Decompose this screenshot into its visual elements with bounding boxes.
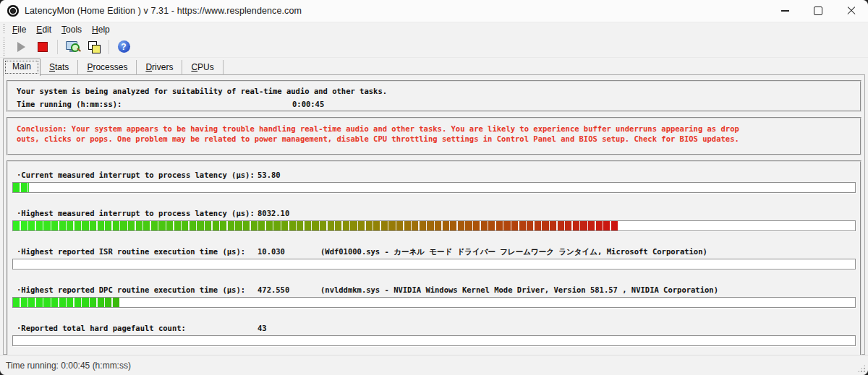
app-logo-icon	[7, 5, 19, 17]
latency-bar-track	[12, 220, 856, 231]
toolbar: ?	[0, 36, 868, 58]
latency-bar-track	[12, 335, 856, 346]
window-title: LatencyMon (Home Edition ) v 7.31 - http…	[25, 6, 302, 16]
stat-value: 43	[258, 323, 267, 333]
time-running-value: 0:00:45	[292, 99, 324, 109]
tab-stats[interactable]: Stats	[41, 60, 78, 75]
stop-icon	[38, 42, 48, 52]
stat-label: ·Highest reported DPC routine execution …	[17, 285, 245, 294]
status-text: Time running: 0:00:45 (h:mm:ss)	[6, 361, 131, 371]
stat-value: 472.550	[258, 285, 289, 295]
latency-bar-fill	[13, 298, 119, 307]
cascade-windows-icon	[88, 41, 101, 53]
stat-label: ·Reported total hard pagefault count:	[17, 324, 186, 332]
minimize-button[interactable]	[768, 0, 801, 22]
menu-tools[interactable]: Tools	[56, 24, 87, 35]
play-icon	[17, 42, 25, 52]
toolbar-gripper[interactable]	[3, 38, 5, 56]
time-running-line: Time running (h:mm:ss): 0:00:45	[17, 99, 860, 109]
maximize-icon	[814, 7, 822, 15]
windows-button[interactable]	[85, 38, 103, 56]
stat-value: 10.030	[258, 246, 285, 257]
latency-bar-fill	[13, 183, 29, 192]
analysis-status-text: Your system is being analyzed for suitab…	[17, 86, 860, 96]
time-running-label: Time running (h:mm:ss):	[17, 100, 122, 108]
minimize-icon	[781, 10, 789, 11]
tab-strip: Main Stats Processes Drivers CPUs	[0, 58, 868, 75]
stat-value: 8032.10	[258, 208, 289, 218]
stop-monitor-button[interactable]	[33, 38, 52, 56]
window-controls	[768, 0, 868, 22]
tab-drivers[interactable]: Drivers	[137, 60, 182, 75]
toolbar-separator	[57, 40, 58, 54]
stats-panel: ·Current measured interrupt to process l…	[7, 160, 861, 356]
conclusion-text-line1: Conclusion: Your system appears to be ha…	[17, 124, 860, 134]
analyze-monitor-icon	[66, 41, 79, 53]
stat-label: ·Current measured interrupt to process l…	[17, 171, 255, 179]
menu-edit[interactable]: Edit	[31, 24, 56, 35]
title-bar: LatencyMon (Home Edition ) v 7.31 - http…	[0, 0, 868, 22]
menu-bar: File Edit Tools Help	[0, 22, 868, 36]
tab-main[interactable]: Main	[3, 59, 41, 76]
stat-label: ·Highest reported ISR routine execution …	[17, 247, 245, 256]
close-icon	[847, 7, 856, 15]
stat-row-highest-latency: ·Highest measured interrupt to process l…	[8, 208, 860, 241]
latencymon-window: LatencyMon (Home Edition ) v 7.31 - http…	[0, 0, 868, 375]
stat-row-current-latency: ·Current measured interrupt to process l…	[8, 170, 860, 203]
stat-value: 53.80	[258, 170, 281, 180]
stat-row-isr-time: ·Highest reported ISR routine execution …	[8, 246, 860, 280]
stat-row-pagefaults: ·Reported total hard pagefault count: 43	[8, 323, 860, 356]
help-icon: ?	[118, 40, 130, 53]
menu-file[interactable]: File	[7, 24, 31, 35]
resize-grip-icon[interactable]	[857, 364, 866, 373]
status-bar: Time running: 0:00:45 (h:mm:ss)	[0, 355, 868, 375]
help-button[interactable]: ?	[114, 38, 133, 56]
menu-gripper[interactable]	[3, 24, 5, 35]
latency-bar-track	[12, 297, 856, 308]
main-tab-pane: Your system is being analyzed for suitab…	[3, 75, 865, 355]
analyze-button[interactable]	[63, 38, 82, 56]
stat-row-dpc-time: ·Highest reported DPC routine execution …	[8, 285, 860, 318]
conclusion-panel: Conclusion: Your system appears to be ha…	[7, 117, 861, 155]
tab-processes[interactable]: Processes	[78, 60, 137, 75]
menu-help[interactable]: Help	[87, 24, 115, 35]
analysis-panel: Your system is being analyzed for suitab…	[7, 80, 861, 112]
toolbar-separator	[109, 40, 109, 54]
stat-driver-info: (nvlddmkm.sys - NVIDIA Windows Kernel Mo…	[320, 285, 718, 295]
stat-driver-info: (Wdf01000.sys - カーネル モード ドライバー フレームワーク ラ…	[320, 246, 707, 257]
latency-bar-fill	[13, 221, 618, 230]
latency-bar-track	[12, 182, 856, 193]
stat-label: ·Highest measured interrupt to process l…	[17, 209, 255, 217]
maximize-button[interactable]	[801, 0, 835, 22]
tab-cpus[interactable]: CPUs	[182, 60, 223, 75]
conclusion-text-line2: outs, clicks or pops. One problem may be…	[17, 134, 860, 144]
start-monitor-button[interactable]	[12, 38, 30, 56]
close-button[interactable]	[835, 0, 868, 22]
latency-bar-track	[12, 259, 856, 270]
